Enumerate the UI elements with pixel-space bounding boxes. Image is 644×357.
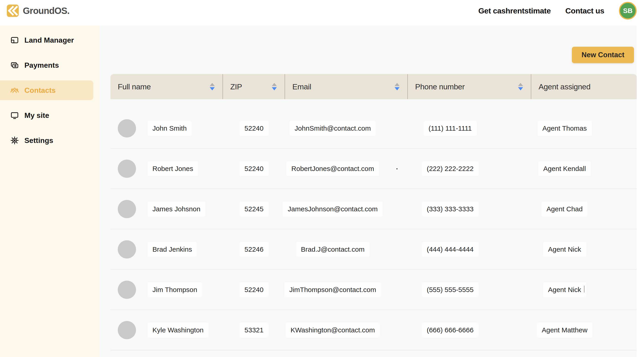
new-contact-button[interactable]: New Contact [572, 47, 634, 63]
sidebar-item-land-manager[interactable]: Land Manager [0, 30, 93, 50]
zip-cell[interactable]: 52240 [240, 161, 268, 176]
table-body: John Smith 52240 JohnSmith@contact.com (… [110, 99, 637, 351]
agent-cell[interactable]: Agent Matthew [537, 323, 592, 338]
topbar: GroundOS. Get cashrentstimate Contact us… [0, 0, 644, 25]
table-row: John Smith 52240 JohnSmith@contact.com (… [110, 108, 637, 149]
payments-icon [10, 61, 19, 69]
get-cashrentstimate-link[interactable]: Get cashrentstimate [478, 6, 551, 15]
phone-cell[interactable]: (222) 222-2222 [422, 161, 478, 176]
table-row: Brad Jenkins 52246 Brad.J@contact.com (4… [110, 229, 637, 270]
sidebar-item-my-site[interactable]: My site [0, 105, 93, 125]
full-name-cell[interactable]: Jim Thompson [148, 282, 202, 297]
column-header-phone-number[interactable]: Phone number [408, 74, 531, 99]
email-cell[interactable]: Brad.J@contact.com [296, 242, 370, 257]
email-cell[interactable]: KWashington@contact.com [286, 323, 380, 338]
sort-icon[interactable] [272, 83, 277, 90]
full-name-cell[interactable]: James Johsnon [148, 202, 206, 217]
full-name-cell[interactable]: Robert Jones [148, 161, 198, 176]
full-name-cell[interactable]: Kyle Washington [148, 323, 208, 338]
contact-avatar [118, 281, 136, 299]
column-header-agent-assigned[interactable]: Agent assigned [531, 74, 637, 99]
sidebar-item-label: Contacts [24, 86, 56, 95]
top-navigation: Get cashrentstimate Contact us SB [478, 2, 637, 19]
sidebar-item-payments[interactable]: Payments [0, 55, 93, 75]
text-cursor [584, 286, 584, 293]
phone-cell[interactable]: (111) 111-1111 [424, 121, 477, 136]
sort-icon[interactable] [394, 83, 400, 90]
zip-cell[interactable]: 52245 [240, 202, 268, 217]
column-label: ZIP [230, 82, 242, 91]
contact-avatar [118, 160, 136, 178]
agent-cell[interactable]: Agent Nick [543, 242, 586, 257]
full-name-cell[interactable]: Brad Jenkins [148, 242, 197, 257]
contact-avatar [118, 200, 136, 218]
contact-avatar [118, 240, 136, 259]
stray-dot [396, 168, 398, 169]
my-site-icon [10, 111, 19, 120]
phone-cell[interactable]: (333) 333-3333 [422, 202, 478, 217]
groundos-logo-icon [6, 4, 20, 18]
email-cell[interactable]: JohnSmith@contact.com [290, 121, 376, 136]
zip-cell[interactable]: 52240 [240, 121, 268, 136]
agent-cell[interactable]: Agent Chad [542, 202, 588, 217]
table-row: Kyle Washington 53321 KWashington@contac… [110, 310, 637, 351]
phone-cell[interactable]: (555) 555-5555 [422, 282, 478, 297]
contact-avatar [118, 321, 136, 339]
agent-cell[interactable]: Agent Nick [543, 282, 586, 297]
contact-us-link[interactable]: Contact us [565, 6, 604, 15]
zip-cell[interactable]: 53321 [240, 323, 268, 338]
sidebar-item-settings[interactable]: Settings [0, 131, 93, 150]
column-label: Full name [118, 82, 151, 91]
sort-icon[interactable] [210, 83, 215, 90]
sidebar-item-label: Settings [24, 136, 53, 145]
table-row: James Johsnon 52245 JamesJohnson@contact… [110, 189, 637, 229]
phone-cell[interactable]: (444) 444-4444 [422, 242, 478, 257]
column-label: Email [292, 82, 311, 91]
scrollbar-track[interactable] [637, 25, 644, 357]
user-avatar[interactable]: SB [619, 2, 637, 19]
contact-avatar [118, 119, 136, 137]
table-header-row: Full name ZIP Email Phone number Agent a… [110, 74, 637, 99]
table-row: Robert Jones 52240 RobertJones@contact.c… [110, 149, 637, 189]
phone-cell[interactable]: (666) 666-6666 [422, 323, 478, 338]
zip-cell[interactable]: 52246 [240, 242, 268, 257]
land-manager-icon [10, 36, 19, 44]
email-cell[interactable]: JamesJohnson@contact.com [283, 202, 383, 217]
column-header-full-name[interactable]: Full name [110, 74, 223, 99]
sidebar-item-label: Land Manager [24, 36, 74, 44]
column-header-zip[interactable]: ZIP [223, 74, 285, 99]
email-cell[interactable]: JimThompson@contact.com [284, 282, 381, 297]
table-row: Jim Thompson 52240 JimThompson@contact.c… [110, 270, 637, 310]
agent-cell[interactable]: Agent Thomas [538, 121, 592, 136]
agent-cell[interactable]: Agent Kendall [538, 161, 591, 176]
sidebar-item-label: Payments [24, 61, 59, 69]
column-header-email[interactable]: Email [285, 74, 408, 99]
contacts-icon [10, 86, 19, 95]
sidebar: Land Manager Payments Contacts My site [0, 25, 100, 357]
column-label: Agent assigned [538, 82, 590, 91]
contacts-page: New Contact Full name ZIP Email Phone nu… [100, 25, 644, 357]
contacts-table: Full name ZIP Email Phone number Agent a… [110, 74, 637, 351]
sidebar-item-contacts[interactable]: Contacts [0, 80, 93, 100]
column-label: Phone number [415, 82, 465, 91]
full-name-cell[interactable]: John Smith [148, 121, 192, 136]
zip-cell[interactable]: 52240 [240, 282, 268, 297]
sort-icon[interactable] [518, 83, 523, 90]
sidebar-item-label: My site [24, 111, 49, 120]
brand-name: GroundOS. [23, 6, 69, 16]
email-cell[interactable]: RobertJones@contact.com [286, 161, 379, 176]
settings-icon [10, 136, 19, 145]
brand[interactable]: GroundOS. [6, 4, 69, 18]
